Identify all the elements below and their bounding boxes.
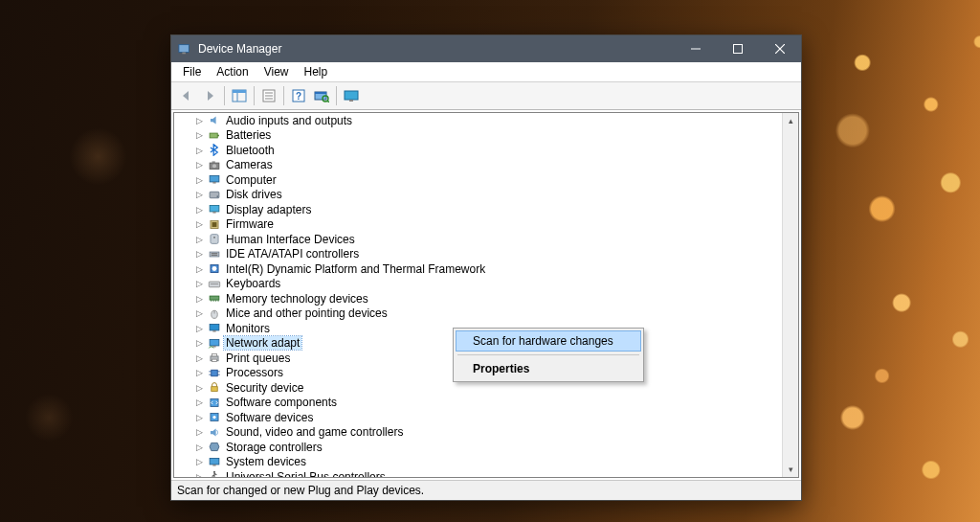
scroll-down-icon[interactable]: ▾ — [783, 462, 798, 477]
expand-chevron-icon[interactable]: ▷ — [193, 235, 205, 244]
svg-point-24 — [212, 164, 216, 168]
expand-chevron-icon[interactable]: ▷ — [193, 130, 205, 140]
menu-view[interactable]: View — [256, 63, 297, 80]
tree-item-battery[interactable]: ▷Batteries — [174, 128, 798, 144]
window-title: Device Manager — [198, 42, 675, 56]
device-manager-window: Device Manager File Action View Help — [170, 34, 802, 501]
tree-item-label: Human Interface Devices — [224, 233, 357, 246]
security-icon — [207, 380, 222, 395]
expand-chevron-icon[interactable]: ▷ — [193, 146, 205, 155]
expand-chevron-icon[interactable]: ▷ — [193, 308, 205, 318]
svg-rect-8 — [233, 90, 246, 93]
statusbar-text: Scan for changed or new Plug and Play de… — [177, 484, 424, 497]
tree-item-thermal[interactable]: ▷Intel(R) Dynamic Platform and Thermal F… — [174, 261, 798, 277]
scrollbar[interactable]: ▴ ▾ — [782, 113, 798, 477]
menu-action[interactable]: Action — [209, 63, 256, 80]
forward-button[interactable] — [198, 84, 221, 107]
tree-item-security[interactable]: ▷Security device — [174, 380, 798, 396]
titlebar[interactable]: Device Manager — [171, 35, 801, 62]
svg-rect-31 — [212, 212, 215, 214]
scan-hardware-button[interactable] — [310, 84, 333, 107]
tree-item-label: IDE ATA/ATAPI controllers — [224, 247, 361, 261]
expand-chevron-icon[interactable]: ▷ — [193, 264, 205, 274]
svg-rect-57 — [212, 370, 218, 376]
svg-rect-22 — [217, 134, 219, 136]
tree-item-audio[interactable]: ▷Audio inputs and outputs — [174, 113, 798, 128]
usb-icon — [207, 469, 222, 477]
tree-item-label: Software components — [224, 396, 339, 409]
expand-chevron-icon[interactable]: ▷ — [193, 338, 205, 348]
tree-item-label: Universal Serial Bus controllers — [224, 470, 388, 477]
tree-item-swcomp[interactable]: ▷Software components — [174, 396, 798, 411]
expand-chevron-icon[interactable]: ▷ — [193, 397, 205, 407]
tree-item-sound[interactable]: ▷Sound, video and game controllers — [174, 425, 798, 441]
svg-rect-30 — [210, 206, 219, 213]
help-button[interactable]: ? — [287, 84, 310, 107]
expand-chevron-icon[interactable]: ▷ — [193, 457, 205, 466]
svg-rect-50 — [210, 325, 219, 331]
svg-rect-62 — [212, 387, 218, 392]
maximize-button[interactable] — [717, 35, 759, 62]
device-tree[interactable]: ▷Audio inputs and outputs▷Batteries▷Blue… — [174, 113, 798, 477]
expand-chevron-icon[interactable]: ▷ — [193, 279, 205, 288]
svg-rect-36 — [210, 252, 219, 257]
svg-rect-19 — [345, 91, 358, 100]
expand-chevron-icon[interactable]: ▷ — [193, 294, 205, 304]
expand-chevron-icon[interactable]: ▷ — [193, 160, 205, 170]
show-hide-tree-button[interactable] — [228, 84, 251, 107]
expand-chevron-icon[interactable]: ▷ — [193, 249, 205, 259]
expand-chevron-icon[interactable]: ▷ — [193, 472, 205, 477]
menu-file[interactable]: File — [175, 63, 209, 80]
tree-item-bluetooth[interactable]: ▷Bluetooth — [174, 143, 798, 158]
minimize-button[interactable] — [675, 35, 717, 62]
back-button[interactable] — [175, 84, 198, 107]
tree-item-disk[interactable]: ▷Disk drives — [174, 188, 798, 203]
properties-button[interactable] — [257, 84, 280, 107]
tree-item-display[interactable]: ▷Display adapters — [174, 202, 798, 217]
expand-chevron-icon[interactable]: ▷ — [193, 175, 205, 185]
tree-item-swdev[interactable]: ▷Software devices — [174, 410, 798, 425]
expand-chevron-icon[interactable]: ▷ — [193, 427, 205, 437]
hid-icon — [207, 232, 222, 246]
tree-item-label: Computer — [224, 173, 278, 187]
tree-item-hid[interactable]: ▷Human Interface Devices — [174, 232, 798, 247]
swdev-icon — [207, 410, 222, 424]
storage-icon — [207, 440, 222, 454]
expand-chevron-icon[interactable]: ▷ — [193, 116, 205, 125]
tree-item-label: Bluetooth — [224, 144, 277, 157]
expand-chevron-icon[interactable]: ▷ — [193, 205, 205, 215]
svg-point-35 — [213, 237, 215, 238]
svg-rect-56 — [212, 359, 217, 361]
tree-item-system[interactable]: ▷System devices — [174, 455, 798, 470]
menu-help[interactable]: Help — [297, 63, 336, 80]
tree-item-storage[interactable]: ▷Storage controllers — [174, 440, 798, 455]
tree-item-camera[interactable]: ▷Cameras — [174, 158, 798, 173]
svg-point-68 — [213, 471, 215, 473]
monitor-icon — [207, 321, 222, 335]
expand-chevron-icon[interactable]: ▷ — [193, 368, 205, 377]
tree-item-usb[interactable]: ▷Universal Serial Bus controllers — [174, 469, 798, 477]
tree-item-computer[interactable]: ▷Computer — [174, 172, 798, 188]
context-properties[interactable]: Properties — [456, 358, 641, 379]
expand-chevron-icon[interactable]: ▷ — [193, 190, 205, 199]
tree-item-label: Batteries — [224, 128, 273, 142]
svg-rect-1 — [182, 53, 186, 55]
monitor-button[interactable] — [340, 84, 363, 107]
expand-chevron-icon[interactable]: ▷ — [193, 353, 205, 363]
expand-chevron-icon[interactable]: ▷ — [193, 219, 205, 229]
tree-item-firmware[interactable]: ▷Firmware — [174, 217, 798, 233]
tree-item-mouse[interactable]: ▷Mice and other pointing devices — [174, 306, 798, 322]
tree-item-keyboard[interactable]: ▷Keyboards — [174, 277, 798, 292]
scroll-up-icon[interactable]: ▴ — [783, 113, 798, 128]
expand-chevron-icon[interactable]: ▷ — [193, 413, 205, 422]
context-scan-hardware[interactable]: Scan for hardware changes — [456, 330, 641, 352]
expand-chevron-icon[interactable]: ▷ — [193, 443, 205, 452]
expand-chevron-icon[interactable]: ▷ — [193, 383, 205, 393]
close-button[interactable] — [759, 35, 801, 62]
expand-chevron-icon[interactable]: ▷ — [193, 324, 205, 333]
thermal-icon — [207, 261, 222, 276]
battery-icon — [207, 128, 222, 143]
tree-item-ide[interactable]: ▷IDE ATA/ATAPI controllers — [174, 247, 798, 262]
tree-item-memory[interactable]: ▷Memory technology devices — [174, 291, 798, 306]
svg-rect-43 — [210, 296, 219, 300]
